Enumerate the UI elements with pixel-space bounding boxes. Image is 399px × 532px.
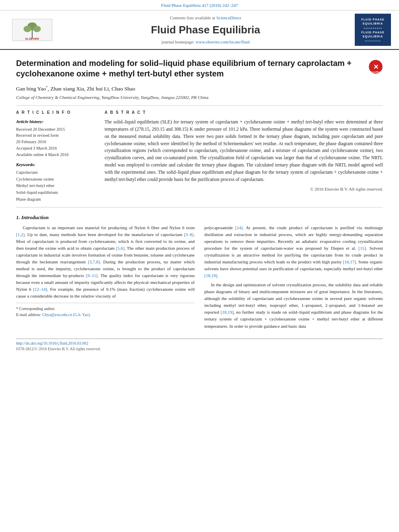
crossmark-icon: ✕ CrossMark	[368, 60, 383, 74]
email-note: E-mail address: Gbya@yzu.edu.cn (G.b. Ya…	[16, 312, 195, 318]
history-title: Article history:	[16, 119, 97, 125]
ref-14[interactable]: [14]	[235, 225, 243, 230]
ref-1-2[interactable]: [1,2]	[16, 232, 25, 237]
svg-text:✕: ✕	[373, 64, 378, 70]
footnote-area: * Corresponding author. E-mail address: …	[16, 303, 195, 318]
authors-text: Gan bing Yao*, Zhan xiang Xia, Zhi hui L…	[16, 86, 135, 92]
journal-homepage-line: journal homepage: www.elsevier.com/locat…	[64, 39, 347, 45]
ref-3-8[interactable]: [3–8]	[184, 232, 193, 237]
abstract-text: The solid–liquid equilibrium (SLE) for t…	[105, 119, 383, 183]
journal-cover-image: FLUID PHASE EQUILIBRIA ●●●●●●●●●● FLUID …	[355, 14, 391, 46]
ref-9-11[interactable]: [9–11]	[86, 273, 98, 278]
ref-3-7-8[interactable]: [3,7,8]	[88, 259, 100, 264]
ref-5-6[interactable]: [5,6]	[116, 246, 124, 251]
article-content: Determination and modeling for solid–liq…	[0, 50, 399, 359]
abstract-divider	[16, 207, 383, 207]
svg-point-3	[23, 26, 31, 32]
ref-18-19b[interactable]: [18,19]	[221, 310, 234, 314]
ref-15[interactable]: [15]	[358, 246, 366, 251]
authors-line: Gan bing Yao*, Zhan xiang Xia, Zhi hui L…	[16, 84, 383, 92]
ref-12-14[interactable]: [12–14]	[33, 287, 47, 292]
journal-title: Fluid Phase Equilibria	[64, 23, 347, 37]
elsevier-logo: ELSEVIER	[12, 19, 52, 41]
intro-para2-right: polycaproamide [14]. At present, the cru…	[204, 224, 383, 279]
corresponding-author-note: * Corresponding author.	[16, 306, 195, 312]
doi-link[interactable]: http://dx.doi.org/10.1016/j.fluid.2016.0…	[16, 341, 383, 346]
intro-section-heading: 1. Introduction	[16, 214, 383, 221]
doi-anchor[interactable]: http://dx.doi.org/10.1016/j.fluid.2016.0…	[16, 341, 88, 345]
article-history-block: Article history: Received 26 December 20…	[16, 119, 97, 158]
history-accepted: Accepted 3 March 2016	[16, 145, 97, 152]
issn-text: 0378-3812/© 2016 Elsevier B.V. All right…	[16, 346, 383, 352]
ref-16-17[interactable]: [16,17]	[343, 259, 356, 264]
article-info-abstract-columns: A R T I C L E I N F O Article history: R…	[16, 110, 383, 203]
keyword-phase-diagram: Phase diagram	[16, 196, 97, 203]
history-online: Available online 4 March 2016	[16, 152, 97, 158]
abstract-label: A B S T R A C T	[105, 110, 383, 115]
keyword-sle: Solid–liquid equilibrium	[16, 189, 97, 196]
title-divider	[16, 105, 383, 106]
journal-homepage-link[interactable]: www.elsevier.com/locate/fluid	[195, 39, 249, 44]
journal-header-center: Contents lists available at ScienceDirec…	[56, 15, 355, 45]
author-email-link[interactable]: Gbya@yzu.edu.cn (G.b. Yao).	[42, 312, 91, 317]
svg-text:CrossMark: CrossMark	[370, 71, 382, 73]
body-right-col: polycaproamide [14]. At present, the cru…	[204, 224, 383, 332]
copyright-line: © 2016 Elsevier B.V. All rights reserved…	[105, 186, 383, 192]
intro-para3-right: In the design and optimization of solven…	[204, 281, 383, 329]
elsevier-logo-area: ELSEVIER	[8, 19, 56, 41]
keywords-title: Keywords:	[16, 162, 97, 168]
abstract-column: A B S T R A C T The solid–liquid equilib…	[105, 110, 383, 203]
keyword-cyclohexanone: Cyclohexanone oxime	[16, 176, 97, 183]
body-section: 1. Introduction Caprolactam is an import…	[16, 214, 383, 332]
history-revised-date: 20 February 2016	[16, 139, 97, 145]
keyword-mtbe: Methyl tert-butyl ether	[16, 183, 97, 189]
intro-para1: Caprolactam is an important raw material…	[16, 224, 195, 300]
svg-point-4	[33, 26, 41, 32]
sciencedirect-link[interactable]: ScienceDirect	[216, 15, 241, 20]
footer-bar: http://dx.doi.org/10.1016/j.fluid.2016.0…	[16, 339, 383, 352]
contents-available-line: Contents lists available at ScienceDirec…	[64, 15, 347, 21]
article-title-block: Determination and modeling for solid–liq…	[16, 58, 383, 79]
article-info-label: A R T I C L E I N F O	[16, 110, 97, 115]
body-left-col: Caprolactam is an important raw material…	[16, 224, 195, 332]
citation-text: Fluid Phase Equilibria 417 (2016) 242–24…	[161, 3, 238, 8]
journal-header: ELSEVIER Contents lists available at Sci…	[0, 10, 399, 50]
article-title-text: Determination and modeling for solid–liq…	[16, 58, 368, 79]
svg-text:ELSEVIER: ELSEVIER	[25, 37, 39, 40]
keyword-caprolactam: Caprolactam	[16, 169, 97, 176]
body-two-col: Caprolactam is an important raw material…	[16, 224, 383, 332]
history-received: Received 26 December 2015	[16, 126, 97, 133]
article-info-column: A R T I C L E I N F O Article history: R…	[16, 110, 97, 203]
affiliation-text: College of Chemistry & Chemical Engineer…	[16, 94, 383, 101]
history-revised-label: Received in revised form	[16, 132, 97, 139]
keywords-block: Keywords: Caprolactam Cyclohexanone oxim…	[16, 162, 97, 203]
ref-18-19[interactable]: [18,19]	[204, 273, 217, 278]
journal-citation-bar: Fluid Phase Equilibria 417 (2016) 242–24…	[0, 0, 399, 10]
